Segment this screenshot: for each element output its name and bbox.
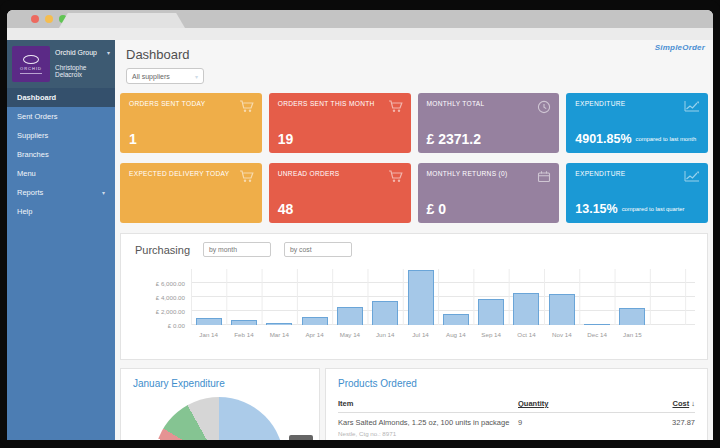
bar-slot [332,269,367,325]
supplier-filter-value: All suppliers [132,73,170,80]
bar-apr-14[interactable] [302,317,328,325]
bar-slot [368,269,403,325]
bar-slot [403,269,438,325]
browser-tab-bar [7,10,713,28]
sidebar-item-dashboard[interactable]: Dashboard [7,88,115,107]
by-cost-select[interactable]: by cost [284,242,352,257]
bar-jan-14[interactable] [196,318,222,325]
bar-mar-14[interactable] [266,323,292,325]
bar-slot [226,269,261,325]
bar-jun-14[interactable] [372,301,398,325]
table-row[interactable]: Kars Salted Almonds, 1.25 oz, 100 units … [338,413,695,437]
sort-desc-icon: ↓ [691,399,695,408]
sidebar-item-branches[interactable]: Branches [7,145,115,164]
product-item-name: Kars Salted Almonds, 1.25 oz, 100 units … [338,418,509,427]
bar-slot [262,269,297,325]
sidebar-header: ORCHID Orchid Group ▾ Christophe Delacro… [7,40,115,88]
bar-jan-15[interactable] [619,308,645,325]
purchasing-panel: Purchasing by month by cost £ 6,000.00£ … [120,233,708,360]
simpleorder-logo: SimpleOrder [655,43,705,52]
column-quantity-sort[interactable]: Quantity [518,399,548,408]
x-tick-label: Mar 14 [262,331,297,338]
y-tick-label: £ 6,000.00 [123,280,185,287]
product-cost: 327.87 [633,418,695,437]
app-root: ORCHID Orchid Group ▾ Christophe Delacro… [7,40,713,440]
products-ordered-panel: Products Ordered Item Quantity Cost ↓ Ka… [325,368,708,440]
x-tick-label: Aug 14 [438,331,473,338]
card-monthly-returns[interactable]: MONTHLY RETURNS (0) £ 0 [418,163,560,223]
bar-slot [474,269,509,325]
bar-dec-14[interactable] [584,324,610,325]
x-tick-label: Apr 14 [297,331,332,338]
cart-icon [239,170,254,183]
sidebar-item-help[interactable]: Help [7,202,115,221]
x-tick-label: Nov 14 [544,331,579,338]
supplier-filter-select[interactable]: All suppliers ▾ [126,68,204,84]
card-monthly-total[interactable]: MONTHLY TOTAL £ 2371.2 [418,93,560,153]
bar-sep-14[interactable] [478,299,504,325]
chevron-down-icon: ▾ [195,73,198,80]
x-tick-label: Jul 14 [403,331,438,338]
minimize-window-button[interactable] [45,15,53,23]
bar-oct-14[interactable] [513,293,539,325]
main-content: SimpleOrder Dashboard All suppliers ▾ OR… [115,40,713,440]
bar-slot [297,269,332,325]
column-cost-sort[interactable]: Cost [672,399,689,408]
y-tick-label: £ 0.00 [123,322,185,329]
product-item-detail: Nestle, Ctg no.: 8971 [338,430,518,437]
x-tick-label: Jun 14 [368,331,403,338]
january-expenditure-panel: January Expenditure [120,368,320,440]
x-tick-label: Jan 14 [191,331,226,338]
x-tick-label: May 14 [332,331,367,338]
card-unread-orders[interactable]: UNREAD ORDERS 48 [269,163,411,223]
x-tick-label: Feb 14 [226,331,261,338]
card-expenditure-quarter[interactable]: EXPENDITURE 13.15% compared to last quar… [566,163,708,223]
y-tick-label: £ 4,000.00 [123,294,185,301]
orchid-logo-text: ORCHID [20,66,42,71]
cart-icon [388,100,403,113]
org-switcher[interactable]: Orchid Group ▾ [55,49,110,56]
clock-icon [537,100,551,114]
x-tick-label: Dec 14 [579,331,614,338]
cart-icon [388,170,403,183]
card-orders-sent-today[interactable]: ORDERS SENT TODAY 1 [120,93,262,153]
bar-aug-14[interactable] [443,314,469,325]
calendar-icon [537,170,551,183]
card-expected-delivery-today[interactable]: EXPECTED DELIVERY TODAY [120,163,262,223]
pie-chart[interactable] [154,397,284,440]
bar-series [191,269,650,325]
orchid-logo: ORCHID [12,46,50,82]
product-quantity: 9 [518,418,633,437]
y-tick-label: £ 2,000.00 [123,308,185,315]
bar-may-14[interactable] [337,307,363,325]
sidebar-item-reports[interactable]: Reports ▾ [7,183,115,202]
pie-tooltip [289,435,313,440]
bar-slot [438,269,473,325]
card-orders-sent-this-month[interactable]: ORDERS SENT THIS MONTH 19 [269,93,411,153]
x-tick-label: Oct 14 [509,331,544,338]
sidebar-item-sent-orders[interactable]: Sent Orders [7,107,115,126]
bar-slot [544,269,579,325]
purchasing-title: Purchasing [135,244,190,256]
screenshot-frame: ORCHID Orchid Group ▾ Christophe Delacro… [0,0,720,448]
bar-slot [615,269,650,325]
bar-nov-14[interactable] [549,294,575,325]
sidebar: ORCHID Orchid Group ▾ Christophe Delacro… [7,40,115,440]
bar-feb-14[interactable] [231,320,257,325]
cart-icon [239,100,254,113]
close-window-button[interactable] [31,15,39,23]
chevron-down-icon: ▾ [102,189,105,196]
stat-cards-grid: ORDERS SENT TODAY 1 ORDERS SENT THIS MON… [115,84,713,223]
products-ordered-title: Products Ordered [338,369,695,389]
card-expenditure-month[interactable]: EXPENDITURE 4901.85% compared to last mo… [566,93,708,153]
browser-tab[interactable] [59,13,185,28]
sidebar-item-menu[interactable]: Menu [7,164,115,183]
sidebar-item-suppliers[interactable]: Suppliers [7,126,115,145]
products-table-header: Item Quantity Cost ↓ [338,399,695,413]
x-tick-label: Sep 14 [474,331,509,338]
org-name: Orchid Group [55,49,97,56]
line-chart-icon [684,170,700,182]
user-name: Christophe Delacroix [55,64,110,78]
bar-jul-14[interactable] [408,270,434,325]
by-month-select[interactable]: by month [203,242,271,257]
